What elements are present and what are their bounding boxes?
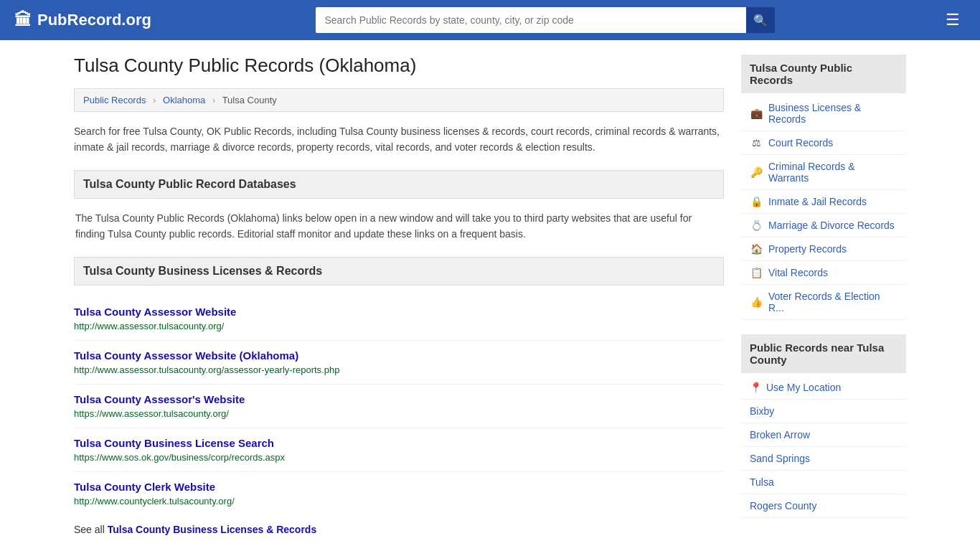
record-entry: Tulsa County Business License Search htt… bbox=[74, 428, 724, 472]
sidebar-item-label: Vital Records bbox=[768, 267, 828, 278]
sidebar-nearby-broken-arrow[interactable]: Broken Arrow bbox=[741, 423, 906, 447]
breadcrumb-sep-1: › bbox=[153, 95, 156, 105]
breadcrumb-oklahoma[interactable]: Oklahoma bbox=[163, 95, 205, 105]
records-list: Tulsa County Assessor Website http://www… bbox=[74, 297, 724, 515]
record-title[interactable]: Tulsa County Business License Search bbox=[74, 437, 724, 449]
sidebar-nearby-rogers-county[interactable]: Rogers County bbox=[741, 494, 906, 518]
menu-icon: ☰ bbox=[946, 11, 960, 29]
logo-text: PubRecord.org bbox=[37, 11, 151, 29]
breadcrumb-tulsa-county: Tulsa County bbox=[222, 95, 277, 105]
content: Tulsa County Public Records (Oklahoma) P… bbox=[74, 55, 724, 535]
sidebar-item-label: Marriage & Divorce Records bbox=[768, 220, 895, 231]
search-area: 🔍 bbox=[316, 7, 775, 33]
record-entry: Tulsa County Assessor Website (Oklahoma)… bbox=[74, 341, 724, 385]
sidebar-item-label: Criminal Records & Warrants bbox=[768, 161, 897, 184]
record-url[interactable]: https://www.sos.ok.gov/business/corp/rec… bbox=[74, 452, 285, 463]
sidebar-item-label: Inmate & Jail Records bbox=[768, 196, 867, 207]
sidebar-item-voter-records[interactable]: 👍 Voter Records & Election R... bbox=[741, 285, 906, 320]
scales-icon: ⚖ bbox=[750, 137, 763, 149]
record-entry: Tulsa County Assessor Website http://www… bbox=[74, 297, 724, 341]
header: 🏛 PubRecord.org 🔍 ☰ bbox=[0, 0, 980, 40]
record-title[interactable]: Tulsa County Assessor Website bbox=[74, 306, 724, 318]
breadcrumb-public-records[interactable]: Public Records bbox=[83, 95, 146, 105]
sidebar-item-label: Voter Records & Election R... bbox=[768, 291, 897, 314]
sidebar-item-marriage-records[interactable]: 💍 Marriage & Divorce Records bbox=[741, 214, 906, 237]
record-title[interactable]: Tulsa County Assessor's Website bbox=[74, 393, 724, 405]
sidebar-item-label: Court Records bbox=[768, 137, 833, 149]
sidebar-public-records-box: Tulsa County Public Records 💼 Business L… bbox=[741, 55, 906, 320]
search-icon: 🔍 bbox=[753, 14, 768, 27]
sidebar-item-business-licenses[interactable]: 💼 Business Licenses & Records bbox=[741, 96, 906, 131]
databases-section-header: Tulsa County Public Record Databases bbox=[74, 170, 724, 199]
sidebar-nearby-box: Public Records near Tulsa County 📍 Use M… bbox=[741, 334, 906, 518]
briefcase-icon: 💼 bbox=[750, 108, 763, 119]
logo-icon: 🏛 bbox=[14, 10, 32, 30]
record-url[interactable]: https://www.assessor.tulsacounty.org/ bbox=[74, 408, 229, 419]
sidebar-item-label: Business Licenses & Records bbox=[768, 102, 897, 125]
sidebar: Tulsa County Public Records 💼 Business L… bbox=[741, 55, 906, 535]
house-icon: 🏠 bbox=[750, 243, 763, 255]
sidebar-nearby-bixby[interactable]: Bixby bbox=[741, 400, 906, 423]
record-url[interactable]: http://www.countyclerk.tulsacounty.org/ bbox=[74, 496, 235, 507]
record-url[interactable]: http://www.assessor.tulsacounty.org/asse… bbox=[74, 364, 339, 375]
breadcrumb-sep-2: › bbox=[212, 95, 215, 105]
intro-text: Search for free Tulsa County, OK Public … bbox=[74, 123, 724, 156]
see-all-label: See all bbox=[74, 524, 105, 535]
see-all: See all Tulsa County Business Licenses &… bbox=[74, 524, 724, 535]
record-title[interactable]: Tulsa County Assessor Website (Oklahoma) bbox=[74, 349, 724, 362]
logo[interactable]: 🏛 PubRecord.org bbox=[14, 10, 151, 30]
search-button[interactable]: 🔍 bbox=[746, 7, 775, 33]
sidebar-nearby-header: Public Records near Tulsa County bbox=[741, 334, 906, 373]
page-title: Tulsa County Public Records (Oklahoma) bbox=[74, 55, 724, 77]
record-entry: Tulsa County Assessor's Website https://… bbox=[74, 385, 724, 428]
use-location-label: Use My Location bbox=[766, 382, 841, 393]
lock-icon: 🔒 bbox=[750, 196, 763, 207]
key-icon: 🔑 bbox=[750, 166, 763, 178]
sidebar-item-criminal-records[interactable]: 🔑 Criminal Records & Warrants bbox=[741, 155, 906, 190]
record-url[interactable]: http://www.assessor.tulsacounty.org/ bbox=[74, 321, 224, 331]
thumbsup-icon: 👍 bbox=[750, 296, 763, 308]
rings-icon: 💍 bbox=[750, 220, 763, 231]
record-title[interactable]: Tulsa County Clerk Website bbox=[74, 481, 724, 493]
sidebar-nearby-sand-springs[interactable]: Sand Springs bbox=[741, 447, 906, 471]
sidebar-use-location[interactable]: 📍 Use My Location bbox=[741, 376, 906, 400]
breadcrumb: Public Records › Oklahoma › Tulsa County bbox=[74, 88, 724, 112]
record-entry: Tulsa County Clerk Website http://www.co… bbox=[74, 472, 724, 515]
business-section-header: Tulsa County Business Licenses & Records bbox=[74, 257, 724, 286]
sidebar-item-property-records[interactable]: 🏠 Property Records bbox=[741, 237, 906, 261]
menu-button[interactable]: ☰ bbox=[940, 8, 966, 32]
main-container: Tulsa County Public Records (Oklahoma) P… bbox=[60, 40, 920, 550]
sidebar-nearby-tulsa[interactable]: Tulsa bbox=[741, 471, 906, 494]
sidebar-public-records-header: Tulsa County Public Records bbox=[741, 55, 906, 93]
sidebar-item-inmate-records[interactable]: 🔒 Inmate & Jail Records bbox=[741, 190, 906, 214]
sidebar-item-label: Property Records bbox=[768, 243, 847, 255]
location-pin-icon: 📍 bbox=[750, 382, 762, 393]
clipboard-icon: 📋 bbox=[750, 267, 763, 278]
databases-description: The Tulsa County Public Records (Oklahom… bbox=[74, 210, 724, 242]
search-input[interactable] bbox=[316, 7, 746, 33]
sidebar-item-court-records[interactable]: ⚖ Court Records bbox=[741, 131, 906, 155]
see-all-link[interactable]: Tulsa County Business Licenses & Records bbox=[108, 524, 317, 535]
sidebar-item-vital-records[interactable]: 📋 Vital Records bbox=[741, 261, 906, 285]
